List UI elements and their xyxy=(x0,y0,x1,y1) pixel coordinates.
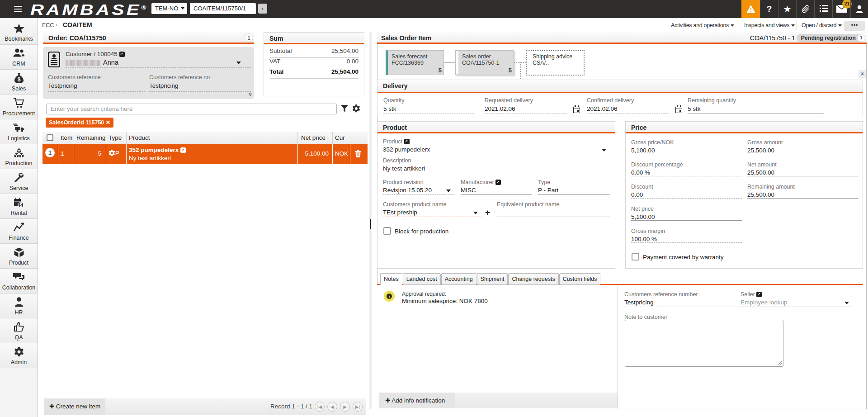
svg-text:$: $ xyxy=(19,202,22,208)
svg-text:$: $ xyxy=(17,76,20,83)
